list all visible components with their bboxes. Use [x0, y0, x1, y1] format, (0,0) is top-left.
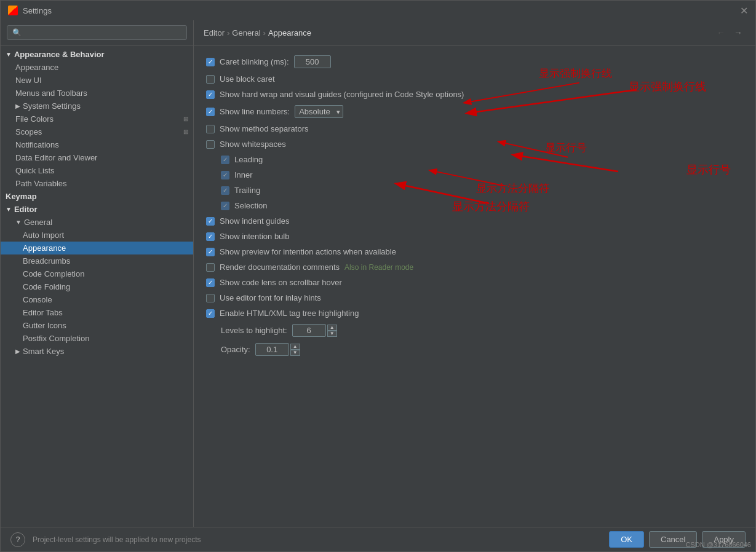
sidebar-item-general[interactable]: General	[1, 216, 193, 229]
apply-button[interactable]: Apply	[702, 531, 746, 548]
show-code-lens-label: Show code lens on scrollbar hover	[220, 278, 342, 287]
titlebar: Settings ✕	[1, 1, 755, 20]
show-indent-guides-label: Show indent guides	[220, 216, 289, 226]
settings-content: Caret blinking (ms): Use block caret Sho…	[194, 45, 755, 527]
enable-html-xml-label: Enable HTML/XML tag tree highlighting	[220, 309, 359, 318]
show-code-lens-row: Show code lens on scrollbar hover	[206, 278, 743, 287]
breadcrumb-editor: Editor	[204, 28, 225, 37]
ok-button[interactable]: OK	[609, 531, 644, 548]
chevron-down-icon-general	[15, 219, 22, 226]
sidebar-item-menus-toolbars[interactable]: Menus and Toolbars	[1, 87, 193, 100]
close-button[interactable]: ✕	[740, 5, 748, 17]
sidebar-item-code-folding[interactable]: Code Folding	[1, 280, 193, 293]
sidebar-item-smart-keys[interactable]: Smart Keys	[1, 345, 193, 358]
caret-blinking-input[interactable]	[294, 55, 331, 68]
show-line-numbers-label: Show line numbers:	[220, 107, 290, 116]
caret-blinking-checkbox[interactable]	[206, 58, 215, 66]
chevron-down-icon	[6, 51, 12, 58]
show-whitespaces-checkbox[interactable]	[206, 140, 215, 149]
levels-to-highlight-input[interactable]	[292, 324, 326, 337]
footer: ? Project-level settings will be applied…	[1, 527, 755, 551]
breadcrumb-general: General	[232, 28, 260, 37]
breadcrumb-appearance: Appearance	[268, 28, 311, 37]
show-code-lens-checkbox[interactable]	[206, 278, 215, 287]
show-intention-bulb-label: Show intention bulb	[220, 232, 289, 241]
breadcrumb-sep-2: ›	[263, 28, 266, 37]
sidebar-item-quick-lists[interactable]: Quick Lists	[1, 164, 193, 177]
sidebar-item-editor-tabs[interactable]: Editor Tabs	[1, 306, 193, 319]
use-block-caret-label: Use block caret	[220, 74, 275, 84]
sidebar-item-appearance-editor[interactable]: Appearance	[1, 242, 193, 254]
sidebar-item-notifications[interactable]: Notifications	[1, 138, 193, 151]
inner-row: Inner	[206, 170, 743, 179]
reader-mode-note: Also in Reader mode	[344, 263, 413, 272]
show-hard-wrap-checkbox[interactable]	[206, 90, 215, 99]
use-block-caret-checkbox[interactable]	[206, 75, 215, 84]
levels-to-highlight-label: Levels to highlight:	[221, 326, 287, 335]
settings-wrapper: Caret blinking (ms): Use block caret Sho…	[194, 45, 755, 527]
trailing-label: Trailing	[234, 186, 260, 195]
levels-decrement-btn[interactable]: ▼	[327, 331, 337, 337]
show-hard-wrap-row: Show hard wrap and visual guides (config…	[206, 90, 743, 99]
chevron-right-icon	[15, 103, 20, 109]
sidebar-item-auto-import[interactable]: Auto Import	[1, 229, 193, 242]
sidebar-item-console[interactable]: Console	[1, 293, 193, 306]
cancel-button[interactable]: Cancel	[649, 531, 697, 548]
selection-label: Selection	[234, 201, 267, 210]
sidebar-item-keymap[interactable]: Keymap	[1, 190, 193, 203]
enable-html-xml-checkbox[interactable]	[206, 309, 215, 318]
use-editor-font-row: Use editor font for inlay hints	[206, 293, 743, 302]
sidebar-item-appearance-behavior[interactable]: Appearance & Behavior	[1, 48, 193, 61]
leading-checkbox[interactable]	[221, 156, 229, 164]
sidebar-item-new-ui[interactable]: New UI	[1, 74, 193, 87]
show-intention-bulb-row: Show intention bulb	[206, 232, 743, 241]
show-line-numbers-row: Show line numbers: Absolute Relative Hyb…	[206, 105, 743, 118]
sidebar-item-code-completion[interactable]: Code Completion	[1, 267, 193, 280]
levels-spinner-btns: ▲ ▼	[327, 325, 337, 337]
sidebar-item-breadcrumbs[interactable]: Breadcrumbs	[1, 254, 193, 267]
leading-row: Leading	[206, 155, 743, 164]
help-button[interactable]: ?	[10, 532, 25, 547]
levels-increment-btn[interactable]: ▲	[327, 325, 337, 331]
caret-blinking-label: Caret blinking (ms):	[220, 57, 289, 66]
inner-checkbox[interactable]	[221, 171, 229, 179]
use-editor-font-label: Use editor font for inlay hints	[220, 293, 321, 302]
show-method-sep-checkbox[interactable]	[206, 125, 215, 133]
sidebar-item-gutter-icons[interactable]: Gutter Icons	[1, 319, 193, 332]
show-intention-bulb-checkbox[interactable]	[206, 232, 215, 241]
sidebar-item-postfix-completion[interactable]: Postfix Completion	[1, 332, 193, 345]
opacity-input[interactable]	[255, 343, 289, 356]
scopes-icon: ⊞	[183, 128, 188, 135]
trailing-checkbox[interactable]	[221, 186, 229, 195]
main-panel: Editor › General › Appearance ← → Caret …	[194, 20, 755, 527]
show-indent-guides-checkbox[interactable]	[206, 217, 215, 226]
sidebar-item-appearance[interactable]: Appearance	[1, 61, 193, 74]
show-preview-intention-checkbox[interactable]	[206, 248, 215, 256]
render-doc-comments-label: Render documentation comments	[220, 262, 340, 272]
sidebar-item-path-variables[interactable]: Path Variables	[1, 177, 193, 190]
show-preview-intention-row: Show preview for intention actions when …	[206, 247, 743, 256]
forward-arrow[interactable]: →	[731, 25, 746, 40]
use-block-caret-row: Use block caret	[206, 74, 743, 84]
selection-checkbox[interactable]	[221, 202, 229, 210]
line-numbers-dropdown[interactable]: Absolute Relative Hybrid None	[295, 105, 343, 118]
search-input[interactable]	[7, 25, 187, 40]
render-doc-comments-checkbox[interactable]	[206, 263, 215, 272]
sidebar-item-system-settings[interactable]: System Settings	[1, 100, 193, 112]
show-method-sep-label: Show method separators	[220, 124, 309, 133]
use-editor-font-checkbox[interactable]	[206, 294, 215, 302]
opacity-increment-btn[interactable]: ▲	[290, 344, 300, 350]
sidebar-item-editor[interactable]: Editor	[1, 203, 193, 216]
back-arrow[interactable]: ←	[714, 25, 728, 40]
opacity-decrement-btn[interactable]: ▼	[290, 350, 300, 356]
sidebar-item-scopes[interactable]: Scopes ⊞	[1, 125, 193, 138]
search-box	[1, 20, 193, 45]
window-title: Settings	[23, 6, 740, 15]
sidebar-item-data-editor[interactable]: Data Editor and Viewer	[1, 151, 193, 164]
sidebar-item-file-colors[interactable]: File Colors ⊞	[1, 112, 193, 125]
render-doc-comments-row: Render documentation comments Also in Re…	[206, 262, 743, 272]
show-line-numbers-checkbox[interactable]	[206, 108, 215, 116]
chevron-down-icon-editor	[6, 206, 12, 213]
sidebar-tree: Appearance & Behavior Appearance New UI …	[1, 45, 193, 527]
show-hard-wrap-label: Show hard wrap and visual guides (config…	[220, 90, 464, 99]
